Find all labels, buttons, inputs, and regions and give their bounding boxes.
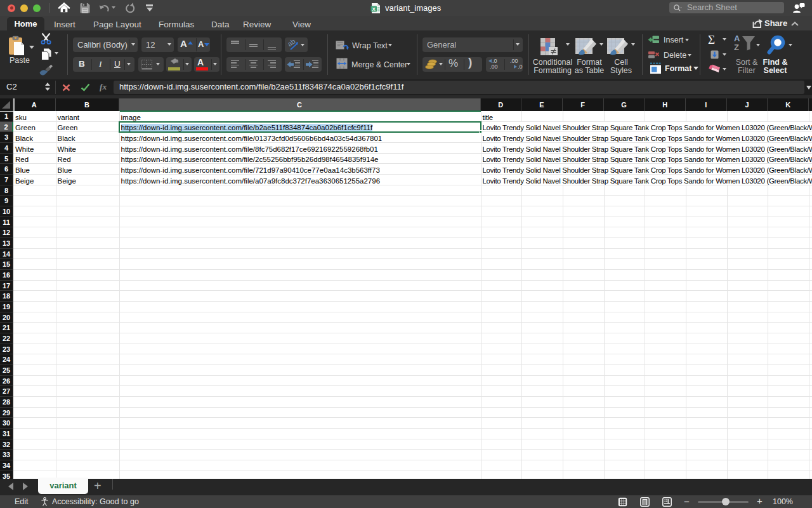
- svg-text:X: X: [372, 6, 376, 11]
